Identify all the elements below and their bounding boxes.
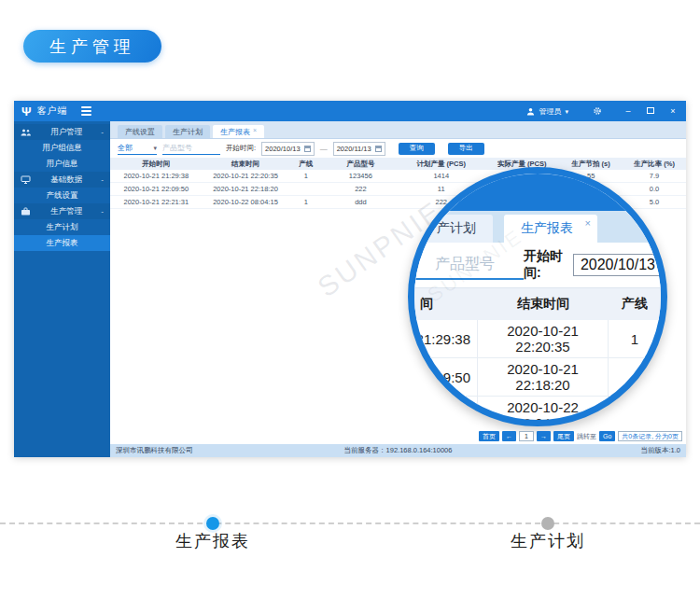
sidebar-item-production-plan[interactable]: 生产计划 bbox=[14, 219, 110, 235]
menu-icon[interactable] bbox=[81, 106, 91, 116]
magnifier-table-header: 间 结束时间 产线 bbox=[414, 287, 661, 320]
magnifier-tab-bar: 产计划 生产报表 × bbox=[414, 211, 661, 243]
tab-production-report[interactable]: 生产报表 × bbox=[213, 125, 264, 138]
col-planned-output: 计划产量 (PCS) bbox=[398, 160, 484, 169]
col-takt: 生产节拍 (s) bbox=[559, 160, 623, 169]
magnifier-date-value: 2020/10/13 bbox=[573, 254, 663, 276]
sidebar-group-label: 生产管理 bbox=[32, 206, 101, 217]
timeline-divider bbox=[0, 522, 700, 524]
chevron-down-icon: ▾ bbox=[565, 108, 568, 115]
maximize-icon bbox=[647, 107, 654, 114]
date-label: 开始时间: bbox=[226, 144, 256, 153]
sidebar-item-line-settings[interactable]: 产线设置 bbox=[14, 188, 110, 203]
query-button[interactable]: 查询 bbox=[399, 143, 435, 155]
window-controls: – × bbox=[623, 107, 679, 116]
calendar-icon bbox=[375, 146, 382, 152]
jump-to-label: 跳转至 bbox=[577, 432, 596, 441]
magnifier-date-label: 开始时间: bbox=[524, 248, 566, 282]
tab-close-icon: × bbox=[585, 217, 591, 229]
prev-page-button[interactable]: ← bbox=[502, 431, 516, 441]
titlebar: Ψ 客户端 管理员 ▾ – × bbox=[14, 101, 686, 121]
collapse-icon: - bbox=[101, 128, 104, 136]
status-bar: 深圳市讯鹏科技有限公司 当前服务器：192.168.0.164:10006 当前… bbox=[110, 444, 686, 457]
col-ratio: 生产比率 (%) bbox=[623, 160, 686, 169]
monitor-icon bbox=[21, 175, 32, 184]
timeline-label-production-report: 生产报表 bbox=[133, 530, 292, 552]
close-button[interactable]: × bbox=[667, 107, 679, 116]
tab-close-icon[interactable]: × bbox=[253, 127, 257, 133]
first-page-button[interactable]: 首页 bbox=[479, 431, 499, 441]
production-management-pill[interactable]: 生产管理 bbox=[23, 30, 161, 63]
last-page-button[interactable]: 尾页 bbox=[553, 431, 574, 441]
minimize-button[interactable]: – bbox=[623, 107, 634, 116]
collapse-icon: - bbox=[101, 175, 104, 184]
next-page-button[interactable]: → bbox=[537, 431, 551, 441]
user-menu[interactable]: 管理员 ▾ bbox=[526, 106, 568, 117]
date-to-value: 2020/11/13 bbox=[337, 145, 371, 153]
app-name: 客户端 bbox=[37, 104, 68, 118]
magnifier-model-input: 产品型号 bbox=[413, 250, 524, 280]
export-button[interactable]: 导出 bbox=[448, 143, 484, 155]
maximize-button[interactable] bbox=[645, 107, 656, 116]
magnifier-tab-production-report: 生产报表 × bbox=[504, 215, 597, 243]
user-icon bbox=[526, 107, 535, 116]
magnifier-table-row: 21:29:38 2020-10-21 22:20:35 1 bbox=[414, 320, 661, 358]
page-number-input[interactable]: 1 bbox=[519, 431, 534, 441]
timeline-label-production-plan: 生产计划 bbox=[469, 530, 627, 552]
collapse-icon: - bbox=[101, 207, 104, 216]
record-summary: 共0条记录, 分为0页 bbox=[618, 431, 682, 441]
tab-label: 生产报表 bbox=[220, 127, 250, 137]
gear-icon bbox=[593, 106, 602, 116]
tab-production-plan[interactable]: 生产计划 bbox=[165, 125, 210, 138]
sidebar-group-basic-data[interactable]: 基础数据 - bbox=[14, 172, 110, 188]
pagination: 首页 ← 1 → 尾页 跳转至 Go 共0条记录, 分为0页 bbox=[479, 431, 682, 441]
sidebar-item-user-info[interactable]: 用户信息 bbox=[14, 156, 110, 172]
sidebar-item-production-report[interactable]: 生产报表 bbox=[14, 235, 110, 251]
user-name: 管理员 bbox=[539, 106, 561, 117]
dropdown-value: 全部 bbox=[118, 143, 133, 153]
col-model: 产品型号 bbox=[323, 160, 398, 169]
timeline-dot-active bbox=[206, 517, 219, 530]
settings-button[interactable] bbox=[593, 106, 602, 116]
tab-bar: 产线设置 生产计划 生产报表 × bbox=[110, 121, 686, 139]
table-row[interactable]: 2020-10-21 21:29:382020-10-21 22:20:3511… bbox=[110, 170, 686, 183]
go-button[interactable]: Go bbox=[599, 431, 615, 441]
sidebar-group-user-management[interactable]: 用户管理 - bbox=[14, 124, 110, 140]
timeline-dot-inactive bbox=[541, 517, 554, 530]
chevron-down-icon: ▾ bbox=[153, 145, 157, 151]
col-line: 产线 bbox=[288, 160, 323, 169]
sidebar-group-label: 用户管理 bbox=[32, 127, 101, 138]
calendar-icon bbox=[304, 146, 311, 152]
magnifier-filter-row: 产品型号 开始时间: 2020/10/13 bbox=[414, 243, 661, 287]
sidebar-group-production-management[interactable]: 生产管理 - bbox=[14, 203, 110, 219]
product-model-input[interactable]: 产品型号 bbox=[162, 143, 220, 155]
sidebar-group-label: 基础数据 bbox=[32, 174, 101, 186]
sidebar-item-user-group-info[interactable]: 用户组信息 bbox=[14, 140, 110, 156]
app-logo-icon: Ψ bbox=[21, 105, 32, 118]
col-end-time: 结束时间 bbox=[203, 160, 289, 169]
users-icon bbox=[21, 129, 32, 136]
filter-bar: 全部 ▾ 产品型号 开始时间: 2020/10/13 — 2020/11/13 … bbox=[110, 139, 686, 158]
date-from-picker[interactable]: 2020/10/13 bbox=[261, 142, 315, 156]
date-from-value: 2020/10/13 bbox=[265, 145, 301, 153]
sidebar: 用户管理 - 用户组信息 用户信息 基础数据 - 产线设置 生产管理 - 生产计… bbox=[14, 121, 110, 457]
server-address: 当前服务器：192.168.0.164:10006 bbox=[110, 446, 686, 455]
table-header: 开始时间 结束时间 产线 产品型号 计划产量 (PCS) 实际产量 (PCS) … bbox=[110, 158, 686, 170]
magnifier-table-row: 22:09:50 2020-10-21 22:18:20 bbox=[414, 358, 661, 397]
date-to-picker[interactable]: 2020/11/13 bbox=[333, 142, 385, 156]
tab-line-settings[interactable]: 产线设置 bbox=[118, 125, 162, 138]
magnifier-bubble: 产计划 生产报表 × 产品型号 开始时间: 2020/10/13 间 结束时间 … bbox=[408, 167, 667, 426]
line-filter-dropdown[interactable]: 全部 ▾ bbox=[118, 143, 157, 155]
date-range-separator: — bbox=[320, 145, 328, 153]
col-start-time: 开始时间 bbox=[110, 160, 203, 169]
briefcase-icon bbox=[21, 207, 32, 216]
